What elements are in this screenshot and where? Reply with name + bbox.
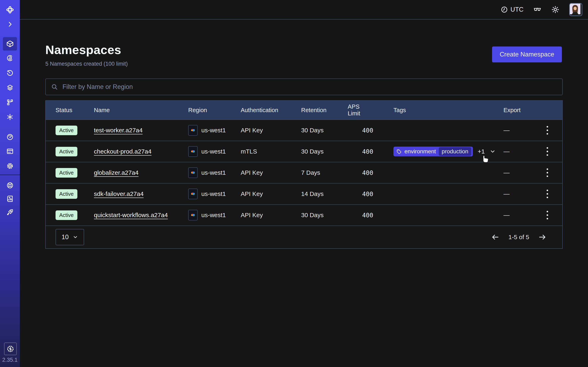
export-cell: — — [503, 127, 536, 134]
create-namespace-button[interactable]: Create Namespace — [492, 47, 562, 62]
rocket-icon — [6, 209, 14, 216]
export-cell: — — [503, 169, 536, 176]
namespace-link[interactable]: quickstart-workflows.a27a4 — [94, 212, 168, 218]
kebab-menu-button[interactable] — [545, 187, 550, 200]
status-badge: Active — [56, 147, 77, 156]
col-name: Name — [94, 107, 188, 114]
auth-cell: API Key — [241, 212, 301, 218]
auth-cell: mTLS — [241, 148, 301, 155]
table-row[interactable]: Active sdk-failover.a27a4 us-west1 API K… — [46, 183, 562, 204]
search-icon — [51, 83, 58, 90]
aps-cell: 400 — [348, 191, 373, 198]
glasses-icon — [533, 6, 541, 14]
theme-toggle[interactable] — [551, 6, 559, 14]
kebab-menu-button[interactable] — [545, 145, 550, 158]
sidebar-item-iris[interactable] — [0, 51, 20, 65]
dollar-badge-icon: $ — [7, 345, 14, 352]
col-retention: Retention — [301, 107, 348, 114]
namespace-link[interactable]: test-worker.a27a4 — [94, 127, 143, 133]
tag-chip[interactable]: environment production — [393, 147, 473, 156]
chevron-down-icon — [73, 234, 78, 240]
timezone-selector[interactable]: UTC — [501, 6, 523, 13]
filter-bar[interactable] — [45, 78, 563, 95]
filter-input[interactable] — [62, 83, 557, 91]
sidebar-item-settings[interactable] — [0, 159, 20, 173]
sidebar-item-timer[interactable] — [0, 66, 20, 80]
pagination-range: 1-5 of 5 — [508, 234, 529, 241]
credits-button[interactable]: $ — [4, 342, 17, 355]
sidebar-item-nexus[interactable] — [0, 110, 20, 124]
version-label: 2.35.1 — [0, 357, 20, 363]
gcp-icon — [188, 189, 198, 199]
sidebar-item-branch[interactable] — [0, 95, 20, 109]
git-branch-icon — [6, 99, 14, 106]
layers-icon — [6, 84, 14, 91]
table-row[interactable]: Active test-worker.a27a4 us-west1 API Ke… — [46, 119, 562, 141]
kebab-menu-button[interactable] — [545, 166, 550, 179]
tag-more-count: +1 — [478, 148, 485, 155]
table-row[interactable]: Active globalizer.a27a4 us-west1 API Key… — [46, 162, 562, 183]
sidebar-item-support[interactable] — [0, 178, 20, 192]
tag-key: environment — [405, 148, 436, 155]
gcp-icon — [188, 146, 198, 157]
aps-cell: 400 — [348, 212, 373, 219]
table-header: Status Name Region Authentication Retent… — [46, 101, 562, 119]
col-status: Status — [56, 107, 94, 114]
retention-cell: 7 Days — [301, 169, 348, 176]
sidebar-item-getting-started[interactable] — [0, 205, 20, 219]
user-avatar[interactable] — [569, 3, 582, 16]
sidebar-item-logo[interactable] — [0, 3, 20, 17]
clock-icon — [501, 6, 508, 13]
sidebar-item-billing[interactable] — [0, 144, 20, 158]
tags-cell: environment production +1 — [373, 147, 503, 156]
region-cell: us-west1 — [188, 189, 241, 199]
table-row[interactable]: Active checkout-prod.a27a4 us-west1 mTLS… — [46, 141, 562, 162]
app-root: $ 2.35.1 UTC — [0, 0, 588, 367]
namespace-link[interactable]: sdk-failover.a27a4 — [94, 191, 144, 197]
pagination: 1-5 of 5 — [491, 233, 546, 241]
sidebar-divider — [0, 175, 20, 175]
kebab-menu-button[interactable] — [545, 124, 550, 137]
sidebar-expand-button[interactable] — [0, 17, 20, 31]
col-tags: Tags — [373, 107, 503, 114]
cube-icon — [6, 40, 14, 48]
retention-cell: 30 Days — [301, 148, 348, 155]
gauge-icon — [6, 133, 14, 141]
namespace-link[interactable]: globalizer.a27a4 — [94, 169, 139, 176]
sidebar-item-namespaces[interactable] — [0, 37, 20, 51]
page-size-select[interactable]: 10 — [56, 229, 84, 245]
aps-cell: 400 — [348, 148, 373, 155]
labs-toggle[interactable] — [533, 6, 541, 14]
retention-cell: 30 Days — [301, 127, 348, 134]
region-cell: us-west1 — [188, 167, 241, 178]
prev-page-button[interactable] — [491, 233, 499, 241]
table-row[interactable]: Active quickstart-workflows.a27a4 us-wes… — [46, 204, 562, 225]
aps-cell: 400 — [348, 169, 373, 176]
page-title: Namespaces — [45, 43, 121, 57]
auth-cell: API Key — [241, 169, 301, 176]
sidebar-item-layers[interactable] — [0, 81, 20, 95]
col-auth: Authentication — [241, 107, 301, 114]
tags-expand-chevron[interactable] — [490, 149, 496, 155]
next-page-button[interactable] — [538, 233, 546, 241]
main-content: Namespaces 5 Namespaces created (100 lim… — [20, 20, 588, 367]
tag-icon — [396, 149, 402, 154]
namespace-link[interactable]: checkout-prod.a27a4 — [94, 148, 151, 155]
sidebar: $ 2.35.1 — [0, 0, 20, 367]
temporal-logo-icon — [6, 5, 15, 14]
billing-card-icon — [6, 148, 14, 155]
tag-value: production — [439, 147, 471, 156]
namespaces-table: Status Name Region Authentication Retent… — [45, 100, 563, 249]
gear-icon — [6, 162, 14, 170]
chevron-right-icon — [7, 21, 13, 28]
region-cell: us-west1 — [188, 146, 241, 157]
svg-text:$: $ — [9, 347, 12, 351]
table-footer: 10 1-5 of 5 — [46, 225, 562, 248]
sidebar-item-usage[interactable] — [0, 130, 20, 144]
sidebar-item-docs[interactable] — [0, 192, 20, 206]
auth-cell: API Key — [241, 191, 301, 197]
region-cell: us-west1 — [188, 210, 241, 220]
kebab-menu-button[interactable] — [545, 209, 550, 222]
col-export: Export — [503, 107, 536, 114]
retention-cell: 30 Days — [301, 212, 348, 218]
